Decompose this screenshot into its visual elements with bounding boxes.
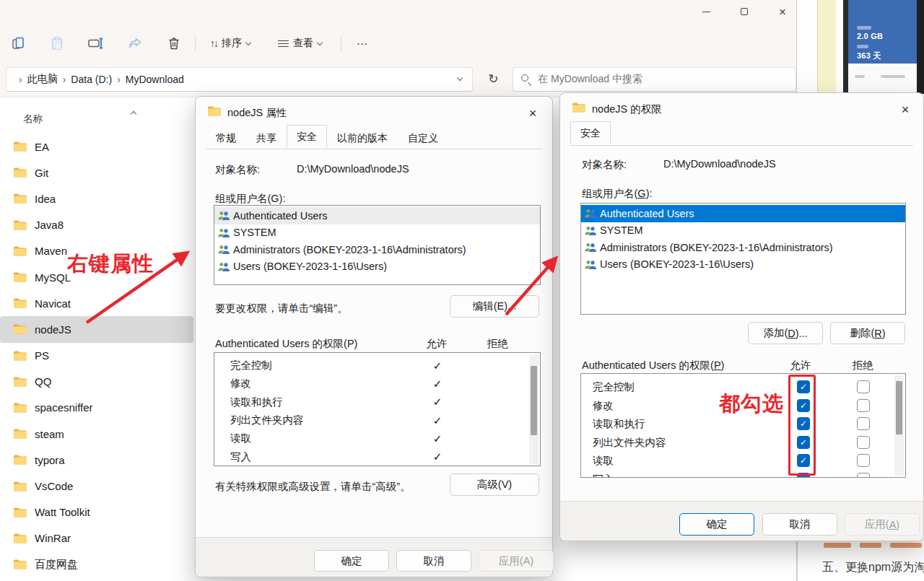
rename-button[interactable]: [81, 30, 111, 56]
address-dropdown-icon[interactable]: [456, 74, 462, 80]
tab-安全[interactable]: 安全: [287, 125, 327, 148]
permission-row[interactable]: 完全控制✓: [214, 357, 540, 375]
breadcrumb-item[interactable]: Data (D:): [71, 74, 112, 85]
object-name-value: D:\MyDownload\nodeJS: [663, 158, 776, 170]
tab-自定义[interactable]: 自定义: [398, 128, 448, 149]
list-item[interactable]: QQ: [0, 369, 193, 395]
list-item[interactable]: Navicat: [0, 290, 193, 316]
breadcrumb[interactable]: ›此电脑›Data (D:)›MyDownload: [6, 67, 473, 92]
folder-name: Git: [35, 167, 48, 179]
edit-button[interactable]: 编辑(E)...: [450, 295, 539, 318]
list-item[interactable]: Idea: [0, 185, 193, 211]
apply-button[interactable]: 应用(A): [479, 550, 554, 572]
close-icon: ×: [529, 106, 537, 121]
object-name-label: 对象名称:: [215, 163, 260, 177]
user-row[interactable]: Authenticated Users: [581, 205, 905, 222]
list-item[interactable]: VsCode: [0, 473, 193, 499]
deny-checkbox[interactable]: [857, 473, 870, 479]
user-row[interactable]: SYSTEM: [581, 222, 905, 240]
permission-row[interactable]: 列出文件夹内容✓: [214, 411, 540, 429]
breadcrumb-item[interactable]: MyDownload: [126, 74, 184, 85]
screen: 2.0 GB 363 天 五、更换npm源为淘 ×: [0, 0, 924, 581]
folder-name: Navicat: [35, 297, 71, 310]
list-item[interactable]: EA: [0, 134, 193, 160]
list-item[interactable]: PS: [0, 343, 193, 369]
list-item[interactable]: spacesniffer: [0, 395, 193, 421]
clipped-doc-text: [860, 543, 881, 548]
user-row[interactable]: Users (BOKEY-2023-1-16\Users): [581, 256, 905, 274]
deny-checkbox[interactable]: [857, 399, 870, 412]
refresh-button[interactable]: ↻: [483, 69, 505, 90]
list-item[interactable]: 百度网盘: [0, 551, 193, 577]
list-item[interactable]: typora: [0, 447, 193, 473]
close-button[interactable]: ×: [520, 104, 545, 123]
deny-column-header: 拒绝: [483, 337, 512, 351]
share-button[interactable]: [120, 30, 150, 56]
user-row[interactable]: Authenticated Users: [214, 207, 540, 224]
dialog-footer: 确定 取消 应用(A): [560, 501, 923, 541]
list-item[interactable]: Java8: [0, 212, 193, 238]
chevron-down-icon: [317, 39, 323, 45]
sort-button[interactable]: ↑↓ 排序: [201, 30, 259, 56]
ok-button[interactable]: 确定: [314, 550, 389, 572]
folder-icon: [13, 167, 27, 178]
permission-row[interactable]: 写入✓: [214, 447, 540, 466]
breadcrumb-separator-icon: ›: [63, 74, 66, 85]
deny-checkbox[interactable]: [857, 380, 870, 393]
permission-row[interactable]: 读取✓: [581, 452, 905, 471]
copy-button[interactable]: [3, 30, 33, 56]
search-input[interactable]: 在 MyDownload 中搜索: [513, 67, 796, 92]
cancel-button[interactable]: 取消: [396, 550, 471, 572]
view-icon: [278, 38, 289, 49]
close-button[interactable]: ×: [893, 100, 918, 119]
list-item[interactable]: Git: [0, 160, 193, 185]
close-button[interactable]: ×: [766, 0, 799, 23]
permission-row[interactable]: 读取✓: [214, 429, 540, 447]
list-item[interactable]: steam: [0, 421, 193, 447]
add-button[interactable]: 添加(D)...: [748, 322, 823, 344]
list-item[interactable]: nodeJS: [0, 316, 193, 342]
folder-name: MySQL: [35, 271, 71, 284]
permission-name: 读取和执行: [593, 417, 645, 431]
deny-checkbox[interactable]: [857, 436, 870, 449]
apply-button[interactable]: 应用(A): [845, 513, 920, 536]
cancel-button[interactable]: 取消: [762, 513, 837, 536]
allow-column-header: 允许: [422, 337, 451, 351]
remove-button[interactable]: 删除(R): [830, 322, 905, 344]
phone-days-value: 363 天: [857, 51, 881, 61]
paste-button[interactable]: [42, 30, 72, 56]
minimize-button[interactable]: [689, 0, 723, 23]
more-options-button[interactable]: …: [347, 30, 378, 56]
permission-row[interactable]: 修改✓: [214, 375, 540, 393]
permission-row[interactable]: 写入✓: [581, 471, 905, 479]
folder-name: 百度网盘: [35, 558, 78, 572]
ok-button[interactable]: 确定: [679, 513, 754, 536]
delete-button[interactable]: [159, 30, 189, 56]
tab-共享[interactable]: 共享: [246, 128, 287, 149]
list-item[interactable]: Watt Toolkit: [0, 499, 193, 525]
folder-icon: [13, 350, 27, 362]
list-item[interactable]: WinRar: [0, 525, 193, 551]
deny-checkbox[interactable]: [857, 454, 870, 467]
phone-data-value: 2.0 GB: [857, 32, 883, 40]
breadcrumb-item[interactable]: 此电脑: [27, 73, 58, 86]
permission-row[interactable]: 读取和执行✓: [214, 393, 540, 411]
tab-security[interactable]: 安全: [570, 121, 611, 144]
user-row[interactable]: SYSTEM: [214, 224, 540, 242]
tab-常规[interactable]: 常规: [206, 128, 246, 149]
tab-以前的版本[interactable]: 以前的版本: [327, 128, 398, 149]
maximize-button[interactable]: [728, 0, 761, 23]
folder-list: EA Git Idea Java8 Maven MySQL Navicat no…: [0, 134, 193, 577]
view-button[interactable]: 查看: [269, 30, 331, 56]
allow-checkmark-icon: ✓: [423, 359, 452, 372]
user-row[interactable]: Administrators (BOKEY-2023-1-16\Administ…: [581, 239, 905, 256]
column-header-name[interactable]: 名称: [23, 113, 43, 126]
user-row[interactable]: Users (BOKEY-2023-1-16\Users): [214, 258, 540, 276]
user-row[interactable]: Administrators (BOKEY-2023-1-16\Administ…: [214, 241, 540, 258]
permission-row[interactable]: 列出文件夹内容✓: [581, 434, 905, 453]
deny-column-header: 拒绝: [847, 359, 879, 372]
view-label: 查看: [293, 37, 313, 50]
deny-checkbox[interactable]: [857, 417, 870, 430]
maximize-icon: [741, 8, 748, 15]
advanced-button[interactable]: 高级(V): [450, 473, 539, 496]
